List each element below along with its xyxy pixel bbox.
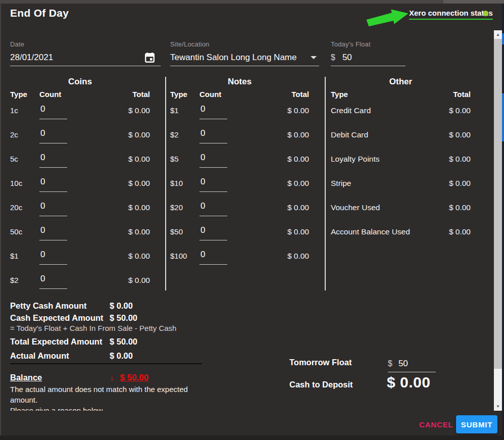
petty-cash-label: Petty Cash Amount [10,301,110,311]
dropdown-arrow-icon [311,56,317,59]
coins-section: Coins Type Count Total 1c $ 0.00 2c $ 0.… [10,77,150,292]
row-total: $ 0.00 [287,147,309,164]
denomination-label: $5 [170,147,199,163]
row-total: $ 0.00 [287,123,309,139]
row-total: $ 0.00 [128,195,150,212]
currency-prefix: $ [388,359,392,368]
payment-type-row: Account Balance Used $ 0.00 [331,220,471,244]
site-location-select[interactable]: Site/Location Tewantin Salon Long Long N… [170,40,319,66]
row-total: $ 0.00 [128,123,150,139]
column-header-count: Count [199,90,291,99]
status-dot [483,11,488,16]
column-divider [325,77,326,290]
payment-type-label: Voucher Used [331,195,380,212]
calendar-icon[interactable] [144,52,155,65]
denomination-row: $10 $ 0.00 [170,171,309,195]
row-total: $ 0.00 [287,244,309,261]
todays-float-field: Today's Float $ [331,40,406,66]
actual-amount-label: Actual Amount [10,351,110,361]
todays-float-label: Today's Float [331,40,406,48]
balance-warning: The actual amount does not match with th… [10,384,198,411]
row-total: $ 0.00 [128,147,150,164]
count-input[interactable] [199,103,227,119]
actual-amount-row: Actual Amount $ 0.00 [10,351,133,361]
count-input[interactable] [199,249,227,265]
denomination-row: $2 $ 0.00 [170,123,309,147]
denomination-row: $1 $ 0.00 [170,99,309,123]
scrollbar-down-button[interactable]: ▼ [494,402,502,411]
background-page-sliver [502,93,504,141]
column-header-total: Total [132,90,150,99]
count-input[interactable] [39,273,67,289]
scrollbar[interactable]: ▲ ▼ [494,30,502,411]
xero-connection-status-link[interactable]: Xero connection status [409,9,493,20]
date-input[interactable] [10,53,161,63]
balance-row: Balance ↓ $ 50.00 [10,373,148,383]
cash-to-deposit-label: Cash to Deposit [289,380,353,389]
row-total: $ 0.00 [449,123,471,139]
row-total: $ 0.00 [449,147,471,164]
denomination-row: $1 $ 0.00 [10,244,150,268]
actual-amount-value: $ 0.00 [110,351,133,361]
page-title: End Of Day [10,7,69,19]
balance-label: Balance [10,373,110,383]
notes-section: Notes Type Count Total $1 $ 0.00 $2 $ 0.… [170,77,309,268]
coins-title: Coins [10,77,150,90]
denomination-label: 50c [10,220,39,236]
tomorrow-float-input[interactable] [398,359,426,369]
payment-type-label: Account Balance Used [331,220,410,236]
count-input[interactable] [199,176,227,192]
other-section: Other Type Total Credit Card $ 0.00 Debi… [331,77,471,244]
submit-button[interactable]: SUBMIT [456,415,497,433]
column-header-count: Count [39,90,132,99]
count-input[interactable] [39,224,67,240]
column-header-type: Type [170,90,199,99]
row-total: $ 0.00 [128,220,150,236]
count-input[interactable] [39,200,67,216]
total-expected-value: $ 50.00 [110,337,137,347]
count-input[interactable] [199,127,227,143]
count-input[interactable] [199,224,227,240]
denomination-label: 5c [10,147,39,163]
count-input[interactable] [39,176,67,192]
cancel-button[interactable]: CANCEL [414,417,458,432]
total-expected-row: Total Expected Amount $ 50.00 [10,337,137,347]
todays-float-input[interactable] [342,53,406,63]
scrollbar-up-button[interactable]: ▲ [494,30,502,39]
denomination-label: 1c [10,99,39,115]
denomination-row: 5c $ 0.00 [10,147,150,171]
row-total: $ 0.00 [287,171,309,188]
background-page-sliver [443,0,504,4]
cash-to-deposit-value: $ 0.00 [387,374,430,391]
count-input[interactable] [39,127,67,143]
site-location-value: Tewantin Salon Long Long Name [170,53,296,63]
denomination-row: 1c $ 0.00 [10,99,150,123]
denomination-label: 2c [10,123,39,139]
denomination-row: 50c $ 0.00 [10,220,150,244]
denomination-label: $2 [170,123,199,139]
row-total: $ 0.00 [128,268,150,285]
modal-bottom-edge [0,435,504,440]
tomorrow-float-label: Tomorrow Float [289,358,351,367]
site-location-label: Site/Location [170,40,319,48]
cash-expected-label: Cash Expected Amount [10,313,110,323]
scrollbar-thumb[interactable] [494,39,502,369]
count-input[interactable] [39,152,67,168]
petty-cash-row: Petty Cash Amount $ 0.00 [10,301,133,311]
count-input[interactable] [199,152,227,168]
green-arrow-icon [367,8,410,29]
payment-type-label: Stripe [331,171,351,188]
notes-title: Notes [170,77,309,90]
modal-left-edge [0,4,1,435]
row-total: $ 0.00 [287,99,309,115]
count-input[interactable] [39,103,67,119]
denomination-label: $1 [10,244,39,260]
denomination-row: 20c $ 0.00 [10,195,150,220]
cash-expected-value: $ 50.00 [110,313,137,323]
date-label: Date [10,40,161,48]
denomination-label: $50 [170,220,199,236]
reason-prompt-text: Please give a reason below [10,405,198,411]
count-input[interactable] [199,200,227,216]
count-input[interactable] [39,249,67,265]
payment-type-row: Stripe $ 0.00 [331,171,471,195]
